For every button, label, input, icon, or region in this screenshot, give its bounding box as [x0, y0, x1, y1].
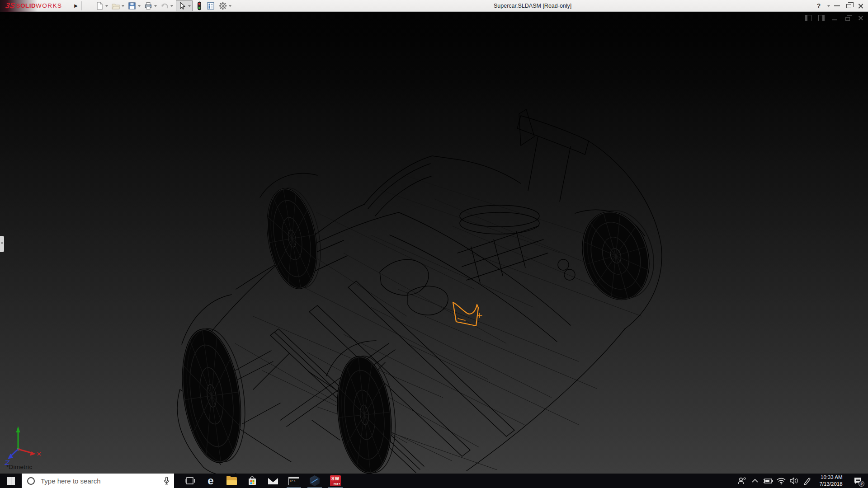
hidden-icons-button[interactable]: [748, 474, 761, 488]
search-input[interactable]: [41, 477, 164, 485]
store-bag-icon: [248, 476, 257, 486]
speaker-icon: [790, 477, 798, 484]
minimize-icon: [832, 19, 837, 20]
microphone-icon[interactable]: [164, 477, 170, 485]
document-restore-button[interactable]: [844, 14, 851, 22]
windows-logo-icon: [7, 477, 15, 485]
rear-left-wheel[interactable]: [260, 184, 328, 292]
taskbar-apps: e: [179, 474, 346, 488]
properties-button[interactable]: [206, 0, 216, 11]
people-button[interactable]: [735, 474, 748, 488]
windows-ink-button[interactable]: [801, 474, 814, 488]
restore-icon: [845, 17, 850, 21]
featuremanager-pane-right-button[interactable]: [818, 14, 825, 22]
close-icon: [858, 3, 863, 9]
action-center-button[interactable]: 2: [849, 474, 866, 488]
restore-icon: [846, 4, 851, 8]
help-dropdown[interactable]: [825, 0, 831, 12]
dropdown-caret-icon[interactable]: [105, 5, 108, 8]
view-orientation-label: *Dimetric: [6, 464, 32, 470]
rebuild-button[interactable]: [195, 0, 203, 11]
microsoft-store-button[interactable]: [242, 474, 263, 488]
brand-text-solid: SOLID: [16, 2, 36, 9]
dropdown-caret-icon[interactable]: [188, 5, 191, 8]
wifi-icon: [777, 478, 786, 484]
system-tray: 10:33 AM 7/13/2018 2: [735, 474, 868, 488]
toolbar-separator: [81, 1, 82, 10]
title-bar: 3S SOLID WORKS ▶: [0, 0, 868, 12]
task-view-icon: [185, 477, 195, 484]
volume-button[interactable]: [788, 474, 801, 488]
cortana-icon: [27, 477, 35, 485]
solidworks-logo-mark: 3S: [5, 1, 16, 10]
notification-badge: 2: [859, 481, 864, 487]
solidworks-logo: 3S SOLID WORKS: [0, 0, 72, 12]
close-button[interactable]: [854, 0, 866, 12]
solidworks-app-icon: SW 2017: [330, 475, 341, 486]
command-prompt-button[interactable]: C:\: [283, 474, 304, 488]
menu-flyout-arrow[interactable]: ▶: [72, 1, 80, 11]
start-button[interactable]: [0, 474, 22, 488]
selected-component-highlight[interactable]: [453, 302, 482, 326]
solidworks-composer-button[interactable]: [304, 474, 325, 488]
panel-collapse-tab[interactable]: [0, 236, 4, 252]
minimize-button[interactable]: [831, 0, 843, 12]
dropdown-caret-icon[interactable]: [122, 5, 124, 8]
wireframe-car-body[interactable]: [177, 109, 662, 474]
restore-button[interactable]: [843, 0, 854, 12]
front-left-wheel[interactable]: [175, 325, 253, 466]
task-view-button[interactable]: [179, 474, 200, 488]
select-arrow-icon: [178, 1, 187, 10]
help-button[interactable]: ?: [813, 0, 825, 12]
new-document-button[interactable]: [94, 0, 108, 11]
rear-right-wheel[interactable]: [573, 202, 664, 308]
brand-text-works: WORKS: [36, 2, 62, 9]
network-button[interactable]: [774, 474, 788, 488]
undo-arrow-icon: [160, 1, 169, 10]
document-window-controls: [805, 14, 864, 22]
new-document-icon: [95, 1, 104, 10]
document-title: Supercar.SLDASM [Read-only]: [494, 0, 571, 12]
featuremanager-pane-left-button[interactable]: [805, 14, 812, 22]
document-minimize-button[interactable]: [831, 14, 838, 22]
file-explorer-button[interactable]: [221, 474, 242, 488]
battery-status-button[interactable]: [761, 474, 774, 488]
pane-left-icon: [805, 15, 811, 21]
document-close-button[interactable]: [857, 14, 864, 22]
minimize-icon: [834, 5, 840, 6]
select-tool-button[interactable]: [176, 0, 193, 11]
mail-envelope-icon: [268, 477, 278, 485]
options-button[interactable]: [218, 0, 232, 11]
file-explorer-icon: [226, 477, 237, 485]
dropdown-caret-icon[interactable]: [138, 5, 141, 8]
graphics-area[interactable]: *Dimetric: [0, 12, 868, 474]
people-icon: [737, 477, 746, 485]
solidworks-2017-button[interactable]: SW 2017: [325, 474, 346, 488]
printer-icon: [144, 1, 153, 10]
help-icon: ?: [817, 2, 821, 9]
undo-button[interactable]: [160, 0, 174, 11]
clock-date: 7/13/2018: [819, 481, 842, 488]
open-document-button[interactable]: [111, 0, 125, 11]
dropdown-caret-icon[interactable]: [170, 5, 173, 8]
flyout-arrow-icon: ▶: [74, 3, 78, 8]
tab-grip-icon: [1, 242, 3, 244]
chevron-up-icon: [752, 479, 758, 483]
dropdown-caret-icon[interactable]: [229, 5, 231, 8]
windows-taskbar: e: [0, 474, 868, 488]
clock-time: 10:33 AM: [819, 474, 842, 481]
taskbar-clock[interactable]: 10:33 AM 7/13/2018: [814, 474, 849, 488]
save-button[interactable]: [127, 0, 141, 11]
print-button[interactable]: [143, 0, 157, 11]
mail-app-button[interactable]: [263, 474, 283, 488]
dropdown-caret-icon[interactable]: [154, 5, 157, 8]
hexagon-app-icon: [309, 475, 320, 486]
selection-crosshair-icon: [477, 313, 482, 318]
taskbar-search[interactable]: [22, 474, 174, 488]
edge-browser-button[interactable]: e: [200, 474, 221, 488]
dropdown-caret-icon: [827, 5, 830, 8]
pen-icon: [803, 477, 811, 485]
pane-right-icon: [818, 15, 825, 21]
wireframe-car-scene[interactable]: [0, 12, 868, 474]
front-right-wheel[interactable]: [332, 353, 401, 474]
